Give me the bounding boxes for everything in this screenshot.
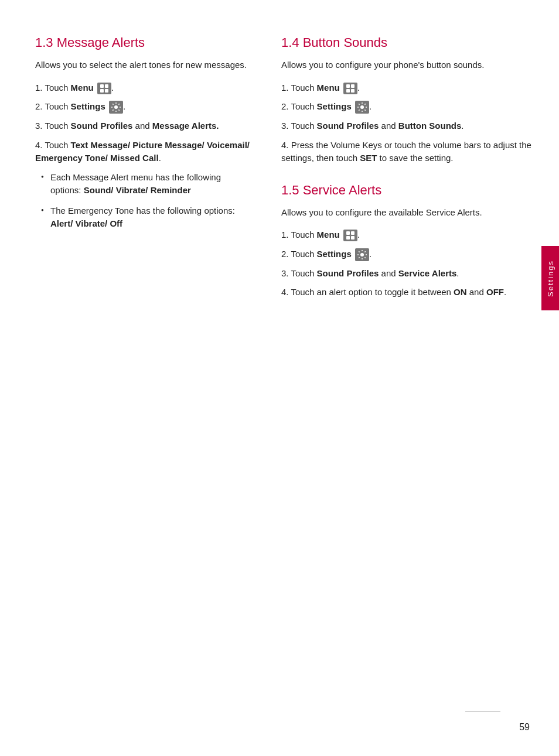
step-3-button-sounds: 3. Touch Sound Profiles and Button Sound… [281, 119, 536, 133]
step-number: 1. [281, 230, 291, 240]
step-suffix: . [357, 83, 360, 93]
svg-point-14 [360, 253, 364, 256]
svg-rect-11 [351, 231, 355, 235]
bullet-list-message-alerts: Each Message Alert menu has the followin… [35, 171, 252, 231]
menu-icon [343, 83, 357, 94]
step-suffix: . [369, 101, 371, 111]
step-number: 1. [281, 83, 291, 93]
step-number: 3. [281, 121, 291, 131]
step-number: 4. [281, 287, 291, 297]
svg-rect-2 [100, 89, 104, 93]
page-number: 59 [519, 722, 530, 733]
section-desc-button-sounds: Allows you to configure your phone's but… [281, 59, 536, 72]
step-text: Touch Settings [291, 101, 351, 111]
step-4-message-alerts: 4. Touch Text Message/ Picture Message/ … [35, 139, 252, 165]
svg-rect-1 [105, 84, 108, 88]
step-suffix: . [357, 230, 360, 240]
step-3-message-alerts: 3. Touch Sound Profiles and Message Aler… [35, 119, 252, 133]
step-suffix: . [123, 101, 125, 111]
settings-icon [109, 101, 123, 114]
step-text: Touch Menu [45, 83, 93, 93]
step-1-service-alerts: 1. Touch Menu . [281, 228, 536, 242]
main-content: 1.3 Message Alerts Allows you to select … [35, 35, 536, 721]
bullet-item-1: Each Message Alert menu has the followin… [41, 171, 252, 197]
sidebar-tab-label: Settings [546, 260, 555, 297]
step-number: 2. [281, 249, 291, 259]
svg-rect-0 [100, 84, 104, 88]
svg-point-4 [114, 105, 118, 109]
step-suffix: . [111, 83, 114, 93]
step-number: 2. [281, 101, 291, 111]
menu-icon [97, 83, 111, 94]
step-number: 3. [281, 268, 291, 278]
bullet-item-2: The Emergency Tone has the following opt… [41, 204, 252, 231]
step-number: 2. [35, 101, 45, 111]
step-number: 4. [281, 140, 291, 150]
step-4-service-alerts: 4. Touch an alert option to toggle it be… [281, 286, 536, 299]
step-list-service-alerts: 1. Touch Menu . 2. Touch Settings [281, 228, 536, 299]
step-3-service-alerts: 3. Touch Sound Profiles and Service Aler… [281, 267, 536, 280]
page-container: 1.3 Message Alerts Allows you to select … [0, 0, 559, 756]
step-1-message-alerts: 1. Touch Menu . [35, 81, 252, 95]
step-text: Touch Menu [291, 83, 339, 93]
step-text: Touch Settings [291, 249, 351, 259]
svg-rect-5 [346, 84, 350, 88]
step-text: Touch Menu [291, 230, 339, 240]
step-2-message-alerts: 2. Touch Settings . [35, 100, 252, 114]
section-title-service-alerts: 1.5 Service Alerts [281, 183, 536, 198]
step-text: Touch an alert option to toggle it betwe… [291, 287, 506, 297]
section-desc-message-alerts: Allows you to select the alert tones for… [35, 59, 252, 72]
step-2-service-alerts: 2. Touch Settings . [281, 248, 536, 261]
settings-icon [355, 248, 369, 261]
step-1-button-sounds: 1. Touch Menu . [281, 81, 536, 95]
settings-icon [355, 101, 369, 114]
svg-rect-8 [351, 89, 355, 93]
svg-rect-10 [346, 231, 350, 235]
step-suffix: . [369, 249, 371, 259]
menu-icon [343, 230, 357, 241]
svg-rect-12 [346, 236, 350, 240]
sidebar-tab: Settings [541, 246, 559, 310]
svg-rect-13 [351, 236, 355, 240]
svg-rect-3 [105, 89, 108, 93]
step-list-message-alerts: 1. Touch Menu . 2. Touch Settings [35, 81, 252, 165]
step-number: 3. [35, 121, 45, 131]
step-4-button-sounds: 4. Press the Volume Keys or touch the vo… [281, 139, 536, 165]
step-text: Touch Sound Profiles and Button Sounds. [291, 121, 463, 131]
left-column: 1.3 Message Alerts Allows you to select … [35, 35, 270, 721]
svg-point-9 [360, 105, 364, 109]
step-text: Press the Volume Keys or touch the volum… [281, 140, 531, 163]
step-list-button-sounds: 1. Touch Menu . 2. Touch Settings [281, 81, 536, 165]
step-2-button-sounds: 2. Touch Settings . [281, 100, 536, 114]
step-text: Touch Settings [45, 101, 105, 111]
step-text: Touch Sound Profiles and Message Alerts. [45, 121, 219, 131]
step-number: 4. [35, 140, 45, 150]
section-title-message-alerts: 1.3 Message Alerts [35, 35, 252, 50]
divider-line [465, 711, 500, 712]
svg-rect-6 [351, 84, 355, 88]
section-desc-service-alerts: Allows you to configure the available Se… [281, 206, 536, 220]
step-number: 1. [35, 83, 45, 93]
step-text: Touch Sound Profiles and Service Alerts. [291, 268, 459, 278]
right-column: 1.4 Button Sounds Allows you to configur… [270, 35, 536, 721]
svg-rect-7 [346, 89, 350, 93]
section-title-button-sounds: 1.4 Button Sounds [281, 35, 536, 50]
step-text: Touch Text Message/ Picture Message/ Voi… [35, 140, 250, 163]
